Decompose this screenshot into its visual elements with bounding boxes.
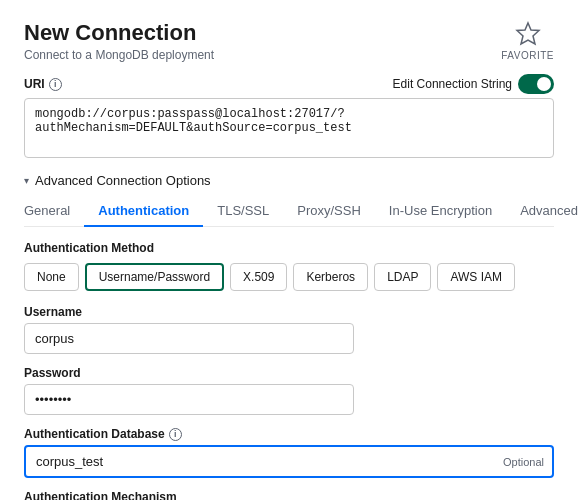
svg-marker-0 <box>517 23 539 44</box>
advanced-connection-toggle[interactable]: ▾ Advanced Connection Options <box>24 173 554 188</box>
tab-advanced[interactable]: Advanced <box>506 196 578 227</box>
auth-db-input-wrap: Optional <box>24 445 554 478</box>
tabs-row: General Authentication TLS/SSL Proxy/SSH… <box>24 196 554 227</box>
tab-tls-ssl[interactable]: TLS/SSL <box>203 196 283 227</box>
auth-method-kerberos[interactable]: Kerberos <box>293 263 368 291</box>
uri-label-row: URI i Edit Connection String <box>24 74 554 94</box>
uri-section: URI i Edit Connection String mongodb://c… <box>24 74 554 161</box>
auth-method-ldap[interactable]: LDAP <box>374 263 431 291</box>
password-label: Password <box>24 366 554 380</box>
auth-db-group: Authentication Database i Optional <box>24 427 554 478</box>
uri-label: URI i <box>24 77 62 91</box>
main-container: New Connection Connect to a MongoDB depl… <box>0 0 578 500</box>
username-group: Username <box>24 305 554 354</box>
advanced-toggle-label: Advanced Connection Options <box>35 173 211 188</box>
password-group: Password <box>24 366 554 415</box>
auth-method-aws-iam[interactable]: AWS IAM <box>437 263 515 291</box>
auth-method-none[interactable]: None <box>24 263 79 291</box>
auth-db-label: Authentication Database i <box>24 427 554 441</box>
edit-connection-toggle[interactable] <box>518 74 554 94</box>
star-icon <box>514 20 542 48</box>
tab-general[interactable]: General <box>24 196 84 227</box>
favorite-label: FAVORITE <box>501 50 554 61</box>
auth-db-info-icon[interactable]: i <box>169 428 182 441</box>
edit-connection-row: Edit Connection String <box>393 74 554 94</box>
favorite-button[interactable]: FAVORITE <box>501 20 554 61</box>
auth-methods: None Username/Password X.509 Kerberos LD… <box>24 263 554 291</box>
auth-method-label: Authentication Method <box>24 241 554 255</box>
password-input[interactable] <box>24 384 354 415</box>
page-subtitle: Connect to a MongoDB deployment <box>24 48 214 62</box>
uri-info-icon[interactable]: i <box>49 78 62 91</box>
username-input[interactable] <box>24 323 354 354</box>
edit-connection-label: Edit Connection String <box>393 77 512 91</box>
tab-in-use-encryption[interactable]: In-Use Encryption <box>375 196 506 227</box>
page-title: New Connection <box>24 20 214 46</box>
header-text: New Connection Connect to a MongoDB depl… <box>24 20 214 62</box>
auth-mechanism-label: Authentication Mechanism <box>24 490 554 500</box>
auth-method-username-password[interactable]: Username/Password <box>85 263 224 291</box>
tab-proxy-ssh[interactable]: Proxy/SSH <box>283 196 375 227</box>
auth-db-input[interactable] <box>24 445 554 478</box>
auth-method-x509[interactable]: X.509 <box>230 263 287 291</box>
header: New Connection Connect to a MongoDB depl… <box>24 20 554 62</box>
tab-authentication[interactable]: Authentication <box>84 196 203 227</box>
username-label: Username <box>24 305 554 319</box>
auth-method-group: Authentication Method None Username/Pass… <box>24 241 554 291</box>
uri-input[interactable]: mongodb://corpus:passpass@localhost:2701… <box>24 98 554 158</box>
chevron-down-icon: ▾ <box>24 175 29 186</box>
